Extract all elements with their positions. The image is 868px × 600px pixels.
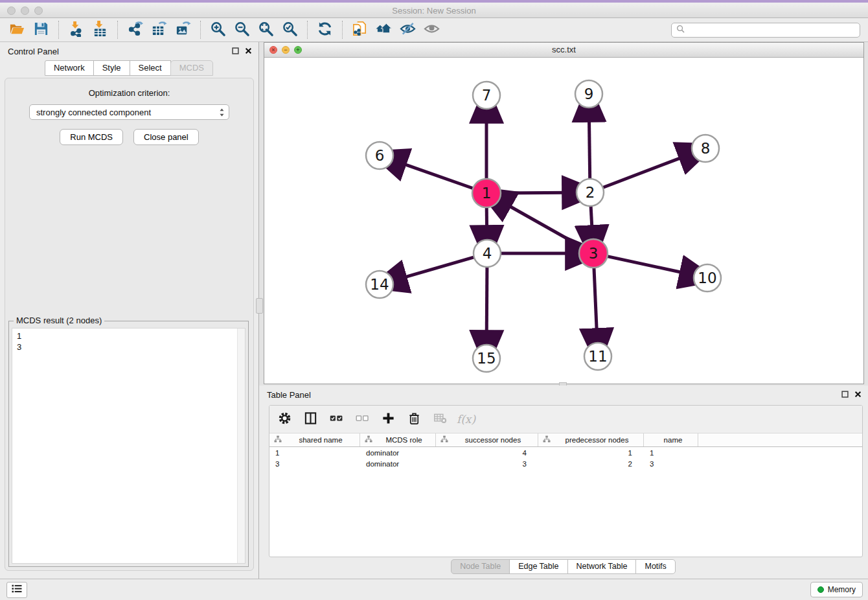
network-window-title: scc.txt xyxy=(264,43,863,56)
toolbar-separator xyxy=(58,21,59,39)
toolbar-separator xyxy=(342,21,343,39)
delete-table-button xyxy=(431,411,449,428)
graph-node-11[interactable]: 11 xyxy=(584,343,611,370)
refresh-layout-button[interactable] xyxy=(313,20,337,40)
zoom-in-button[interactable] xyxy=(206,20,230,40)
table-row[interactable]: 1dominator411 xyxy=(269,447,862,458)
graph-edge-1-2[interactable] xyxy=(500,192,569,193)
tree-icon xyxy=(543,435,551,444)
control-panel-tabs: NetworkStyleSelectMCDS xyxy=(0,60,258,76)
network-canvas[interactable]: 7968124314101511 xyxy=(264,57,863,384)
delete-column-button[interactable] xyxy=(405,411,423,428)
network-window-titlebar[interactable]: × − + scc.txt xyxy=(264,43,863,58)
tab-style[interactable]: Style xyxy=(93,60,130,76)
float-panel-icon[interactable] xyxy=(232,47,239,54)
tab-select[interactable]: Select xyxy=(130,60,171,76)
float-panel-icon[interactable] xyxy=(841,391,849,398)
preview-button[interactable] xyxy=(420,20,444,40)
graph-edge-3-1[interactable] xyxy=(505,203,582,247)
zoom-fit-icon xyxy=(258,21,274,40)
table-settings-button[interactable] xyxy=(276,411,293,428)
column-header-name[interactable]: name xyxy=(644,433,698,446)
columns-icon xyxy=(304,411,317,428)
tab-edge-table[interactable]: Edge Table xyxy=(509,559,567,574)
import-table-button[interactable] xyxy=(88,20,112,40)
column-header-shared-name[interactable]: shared name xyxy=(269,433,360,446)
maximize-network-button[interactable]: + xyxy=(294,46,302,54)
mcds-result-label: MCDS result (2 nodes) xyxy=(14,316,104,325)
graph-node-3[interactable]: 3 xyxy=(579,239,608,268)
graph-edge-3-11[interactable] xyxy=(594,267,597,335)
graph-edge-1-6[interactable] xyxy=(400,163,474,189)
graph-edge-4-15[interactable] xyxy=(486,267,487,337)
duplicate-network-button[interactable] xyxy=(348,20,372,40)
tab-node-table[interactable]: Node Table xyxy=(451,559,510,574)
export-table-button[interactable] xyxy=(147,20,171,40)
deselect-all-rows-button[interactable] xyxy=(354,411,371,428)
table-cell: 4 xyxy=(436,449,538,457)
tree-icon xyxy=(440,435,448,444)
close-panel-icon[interactable] xyxy=(854,391,862,398)
graph-edge-2-9[interactable] xyxy=(589,115,589,179)
graph-node-2[interactable]: 2 xyxy=(577,179,604,206)
svg-text:2: 2 xyxy=(586,184,595,201)
graph-edge-2-8[interactable] xyxy=(603,156,686,188)
export-network-button[interactable] xyxy=(123,20,147,40)
graph-node-4[interactable]: 4 xyxy=(474,240,501,267)
column-header-MCDS-role[interactable]: MCDS role xyxy=(360,433,436,446)
column-header-predecessor-nodes[interactable]: predecessor nodes xyxy=(538,433,644,446)
export-table-icon xyxy=(151,21,167,40)
graph-edge-4-14[interactable] xyxy=(400,257,474,279)
search-input[interactable] xyxy=(688,25,855,35)
svg-text:7: 7 xyxy=(482,87,492,104)
mcds-result-area[interactable]: 1 3 xyxy=(12,328,246,564)
toggle-columns-button[interactable] xyxy=(302,411,319,428)
chevron-updown-icon xyxy=(219,108,225,117)
zoom-fit-button[interactable] xyxy=(254,20,278,40)
control-panel-title: Control Panel xyxy=(8,47,59,56)
tab-motifs[interactable]: Motifs xyxy=(635,559,675,574)
table-cell: dominator xyxy=(360,460,436,468)
graph-node-7[interactable]: 7 xyxy=(473,82,500,109)
graph-edge-3-10[interactable] xyxy=(607,256,687,273)
graph-node-8[interactable]: 8 xyxy=(692,135,719,162)
memory-button[interactable]: Memory xyxy=(810,582,863,597)
open-session-button[interactable] xyxy=(5,20,29,40)
select-all-rows-button[interactable] xyxy=(328,411,345,428)
close-panel-icon[interactable] xyxy=(245,47,252,54)
export-network-icon xyxy=(127,21,143,40)
graph-node-15[interactable]: 15 xyxy=(473,345,500,372)
optimization-criterion-label: Optimization criterion: xyxy=(5,88,253,98)
gear-icon xyxy=(278,411,291,428)
graph-node-9[interactable]: 9 xyxy=(575,80,602,108)
table-row[interactable]: 3dominator323 xyxy=(269,458,862,469)
result-scrollbar[interactable] xyxy=(237,329,245,563)
zoom-selected-button[interactable] xyxy=(278,20,302,40)
graph-node-14[interactable]: 14 xyxy=(366,271,393,298)
network-graph[interactable]: 7968124314101511 xyxy=(264,57,863,384)
criterion-dropdown[interactable]: strongly connected component xyxy=(29,104,229,120)
graph-node-10[interactable]: 10 xyxy=(694,264,721,292)
graph-node-1[interactable]: 1 xyxy=(472,179,501,207)
add-column-button[interactable] xyxy=(380,411,397,428)
minimize-network-button[interactable]: − xyxy=(282,46,290,54)
close-network-button[interactable]: × xyxy=(269,46,277,54)
close-panel-button[interactable]: Close panel xyxy=(133,129,199,145)
tab-network-table[interactable]: Network Table xyxy=(567,559,637,574)
tab-network[interactable]: Network xyxy=(45,60,94,76)
home-button[interactable] xyxy=(372,20,396,40)
graph-node-6[interactable]: 6 xyxy=(366,142,393,169)
export-image-button[interactable] xyxy=(171,20,195,40)
svg-text:14: 14 xyxy=(370,276,389,293)
tab-mcds[interactable]: MCDS xyxy=(170,60,213,76)
hide-style-button[interactable] xyxy=(396,20,420,40)
search-box[interactable] xyxy=(671,23,860,38)
task-history-button[interactable] xyxy=(6,582,27,598)
vertical-splitter-handle[interactable] xyxy=(256,298,263,314)
run-mcds-button[interactable]: Run MCDS xyxy=(60,129,123,145)
column-header-successor-nodes[interactable]: successor nodes xyxy=(436,433,538,446)
save-session-button[interactable] xyxy=(29,20,53,40)
import-network-button[interactable] xyxy=(64,20,88,40)
zoom-out-button[interactable] xyxy=(230,20,254,40)
graph-edge-2-3[interactable] xyxy=(591,206,592,232)
